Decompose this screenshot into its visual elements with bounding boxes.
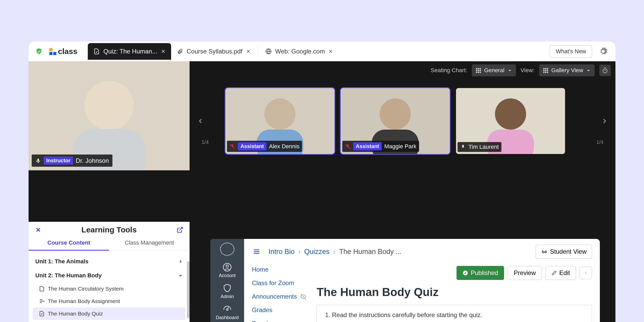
svg-point-17 bbox=[495, 98, 526, 130]
instruction-item: Read the instructions carefully before s… bbox=[332, 310, 584, 320]
tab-course-content[interactable]: Course Content bbox=[29, 236, 109, 251]
lms-content-frame: Account Admin Dashboard Intro Bio › Quiz… bbox=[210, 239, 600, 322]
tab-quiz[interactable]: Quiz: The Human... ✕ bbox=[88, 43, 171, 60]
scrollbar-thumb[interactable] bbox=[187, 261, 190, 318]
app-logo: class bbox=[49, 47, 77, 56]
tab-label: Course Syllabus.pdf bbox=[187, 48, 243, 55]
breadcrumb-link[interactable]: Quizzes bbox=[304, 248, 330, 256]
lms-global-nav: Account Admin Dashboard bbox=[210, 239, 244, 322]
published-button[interactable]: Published bbox=[457, 266, 504, 280]
glasses-icon bbox=[541, 249, 547, 255]
course-link-class-for-zoom[interactable]: Class for Zoom bbox=[252, 279, 306, 287]
tab-label: Web: Google.com bbox=[275, 48, 325, 55]
content-item[interactable]: The Human Body: Organs, Systems, Structu… bbox=[33, 320, 185, 322]
quiz-icon bbox=[39, 311, 45, 317]
breadcrumb-link[interactable]: Intro Bio bbox=[269, 248, 295, 256]
gallery-next-button[interactable] bbox=[599, 115, 610, 127]
tab-bar: class Quiz: The Human... ✕ Course Syllab… bbox=[29, 42, 615, 61]
mic-muted-icon bbox=[230, 144, 235, 149]
shield-icon bbox=[223, 284, 232, 293]
mic-icon bbox=[460, 144, 466, 150]
close-icon[interactable]: ✕ bbox=[246, 48, 251, 55]
participant-tile[interactable]: Assistant Alex Dennis bbox=[225, 88, 334, 154]
content-item[interactable]: The Human Body Assignment bbox=[33, 295, 185, 307]
close-panel-button[interactable] bbox=[34, 225, 43, 234]
globe-icon bbox=[265, 48, 272, 55]
preview-button[interactable]: Preview bbox=[508, 266, 542, 280]
role-badge: Assistant bbox=[353, 142, 382, 150]
participant-label: Instructor Dr. Johnson bbox=[32, 155, 112, 167]
svg-point-27 bbox=[586, 273, 586, 273]
file-check-icon bbox=[93, 48, 100, 55]
breadcrumb-sep: › bbox=[298, 248, 301, 256]
tab-syllabus[interactable]: Course Syllabus.pdf ✕ bbox=[171, 43, 256, 60]
course-link-people[interactable]: People bbox=[252, 320, 306, 322]
shield-icon bbox=[35, 48, 43, 55]
instructor-video-tile[interactable]: Instructor Dr. Johnson bbox=[29, 61, 190, 170]
grid-icon bbox=[476, 68, 481, 73]
course-nav: Home Class for Zoom Announcements Grades… bbox=[252, 266, 306, 322]
role-badge: Assistant bbox=[238, 142, 266, 150]
nav-dashboard[interactable]: Dashboard bbox=[210, 303, 244, 322]
view-controls: Seating Chart: General View: Gallery Vie… bbox=[431, 64, 611, 76]
content-item[interactable]: The Human Circulatory System bbox=[33, 283, 185, 295]
gallery-prev-button[interactable] bbox=[195, 115, 206, 127]
quiz-action-row: Published Preview Edit bbox=[317, 266, 592, 280]
close-icon[interactable]: ✕ bbox=[328, 48, 333, 55]
user-circle-icon bbox=[223, 263, 232, 272]
chevron-down-icon bbox=[178, 273, 183, 278]
check-circle-icon bbox=[462, 270, 468, 276]
dropdown-value: General bbox=[484, 67, 504, 74]
nav-label: Dashboard bbox=[216, 315, 239, 320]
logo-text: class bbox=[58, 47, 77, 56]
role-badge: Instructor bbox=[44, 157, 73, 165]
gear-icon[interactable] bbox=[599, 47, 608, 56]
hamburger-icon[interactable] bbox=[252, 248, 261, 255]
nav-label: Account bbox=[219, 273, 236, 278]
tab-web[interactable]: Web: Google.com ✕ bbox=[260, 43, 339, 60]
svg-rect-4 bbox=[37, 158, 39, 161]
gauge-icon bbox=[223, 305, 232, 314]
close-icon[interactable]: ✕ bbox=[161, 48, 165, 55]
svg-rect-19 bbox=[462, 145, 464, 148]
nav-account[interactable]: Account bbox=[210, 261, 244, 280]
breadcrumb-current: The Human Body ... bbox=[339, 248, 401, 256]
app-window: class Quiz: The Human... ✕ Course Syllab… bbox=[29, 42, 615, 322]
chevron-left-icon bbox=[197, 115, 204, 127]
whats-new-button[interactable]: What's New bbox=[550, 45, 592, 58]
canvas-logo-icon[interactable] bbox=[220, 243, 234, 256]
student-view-button[interactable]: Student View bbox=[536, 245, 592, 259]
breadcrumb: Intro Bio › Quizzes › The Human Body ...… bbox=[252, 245, 592, 259]
tab-class-management[interactable]: Class Management bbox=[109, 236, 190, 251]
page-indicator-left: 1/4 bbox=[202, 139, 209, 145]
unit-item[interactable]: Unit 2: The Human Body bbox=[33, 269, 185, 283]
popout-button[interactable] bbox=[176, 225, 184, 234]
chevron-right-icon bbox=[178, 259, 183, 264]
more-options-button[interactable] bbox=[580, 267, 592, 279]
view-dropdown[interactable]: Gallery View bbox=[539, 64, 595, 76]
video-area: Instructor Dr. Johnson Seating Chart: Ge… bbox=[29, 61, 615, 217]
participant-label: Assistant Maggie Park bbox=[342, 141, 419, 152]
content-item-selected[interactable]: The Human Body Quiz bbox=[33, 307, 185, 320]
content-tree: Unit 1: The Animals Unit 2: The Human Bo… bbox=[29, 251, 190, 322]
svg-point-7 bbox=[264, 98, 296, 130]
edit-button[interactable]: Edit bbox=[546, 266, 576, 280]
participant-label: Tim Laurent bbox=[458, 142, 501, 152]
unit-item[interactable]: Unit 1: The Animals bbox=[33, 254, 185, 269]
participant-tile[interactable]: Tim Laurent bbox=[456, 88, 565, 154]
seating-chart-dropdown[interactable]: General bbox=[472, 64, 516, 76]
learning-tools-panel: Learning Tools Course Content Class Mana… bbox=[29, 222, 190, 322]
participant-name: Tim Laurent bbox=[468, 144, 499, 150]
participant-label: Assistant Alex Dennis bbox=[227, 141, 302, 152]
svg-point-12 bbox=[380, 98, 411, 130]
svg-point-22 bbox=[226, 309, 228, 311]
course-link-home[interactable]: Home bbox=[252, 266, 306, 273]
course-link-grades[interactable]: Grades bbox=[252, 306, 306, 314]
eye-off-icon bbox=[300, 294, 306, 299]
course-link-announcements[interactable]: Announcements bbox=[252, 293, 306, 300]
mic-muted-icon bbox=[345, 144, 351, 149]
item-label: The Human Body Assignment bbox=[48, 298, 120, 304]
nav-admin[interactable]: Admin bbox=[210, 282, 244, 301]
participant-tile[interactable]: Assistant Maggie Park bbox=[341, 88, 450, 154]
timer-button[interactable] bbox=[599, 65, 611, 76]
